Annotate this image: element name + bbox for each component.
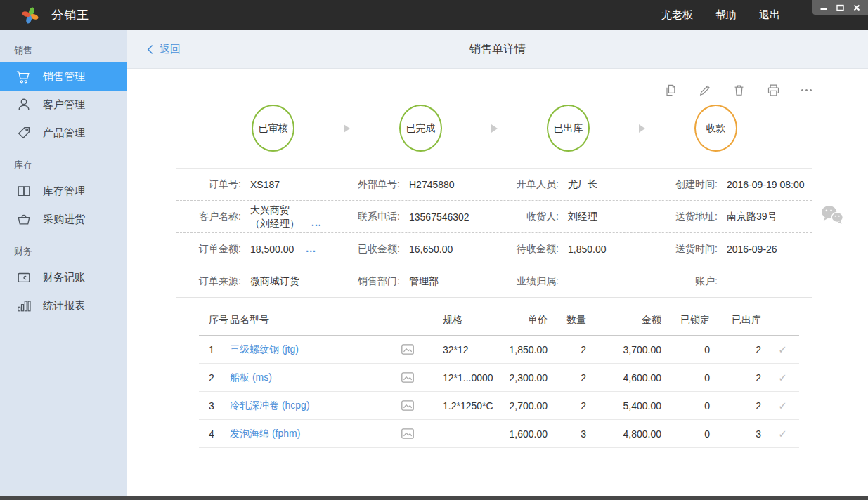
sidebar-item-label: 产品管理 — [43, 126, 85, 140]
flow-arrow-icon — [639, 124, 645, 133]
sidebar-item-label: 库存管理 — [43, 185, 85, 198]
order-detail: 已审核 已完成 已出库 收款 订单号: XS187 外部单号: H2745 — [127, 69, 868, 500]
window-controls — [812, 0, 868, 15]
product-link[interactable]: 船板 (ms) — [230, 371, 394, 384]
field-receiver: 收货人: 刘经理 — [494, 211, 653, 223]
image-placeholder-icon[interactable] — [394, 428, 422, 439]
titlebar-menu: 尤老板 帮助 退出 — [661, 8, 780, 22]
maximize-icon[interactable] — [836, 3, 846, 13]
bottom-bar — [0, 496, 868, 500]
sidebar-item-label: 客户管理 — [43, 98, 85, 112]
items-table: 序号 品名型号 规格 单价 数量 金额 已锁定 已出库 1 三级螺纹钢 (jtg… — [199, 305, 799, 448]
info-row: 订单来源: 微商城订货 销售部门: 管理部 业绩归属: 账户: — [176, 265, 812, 298]
minimize-icon[interactable] — [819, 3, 829, 13]
image-placeholder-icon[interactable] — [394, 344, 422, 355]
image-placeholder-icon[interactable] — [394, 400, 422, 411]
field-order-amount: 订单金额: 18,500.00 ... — [176, 243, 335, 256]
sidebar-item-label: 财务记账 — [43, 271, 85, 284]
flow-arrow-icon — [491, 124, 498, 133]
field-account: 账户: — [653, 275, 812, 288]
basket-icon — [15, 211, 32, 228]
image-placeholder-icon[interactable] — [394, 372, 422, 383]
field-sales-department: 销售部门: 管理部 — [335, 275, 494, 288]
sidebar-section-finance: 财务 — [0, 244, 127, 259]
titlebar: 分销王 尤老板 帮助 退出 — [0, 0, 868, 30]
wechat-icon[interactable] — [820, 204, 843, 228]
more-icon[interactable] — [801, 89, 812, 91]
sidebar-section-inventory: 库存 — [0, 157, 127, 173]
sidebar-item-statistics-report[interactable]: 统计报表 — [0, 291, 127, 320]
person-icon — [15, 97, 32, 113]
sidebar-item-label: 统计报表 — [43, 299, 85, 312]
page-header: 返回 销售单详情 — [127, 30, 868, 69]
field-customer-name: 客户名称: 大兴商贸 （刘经理） ... — [176, 204, 335, 229]
flow-arrow-icon — [344, 124, 350, 133]
table-row: 3 冷轧深冲卷 (hcpg) 1.2*1250*C 2,700.00 2 5,4… — [199, 392, 799, 420]
logo-area: 分销王 — [21, 6, 89, 25]
field-address: 送货地址: 南京路39号 — [653, 211, 812, 223]
sidebar-item-inventory-management[interactable]: 库存管理 — [0, 177, 127, 205]
bar-chart-icon — [15, 298, 32, 314]
status-flow: 已审核 已完成 已出库 收款 — [176, 98, 812, 168]
sidebar-item-sales-management[interactable]: 销售管理 — [0, 63, 127, 91]
copy-icon[interactable] — [663, 83, 678, 98]
chevron-left-icon — [147, 44, 153, 55]
field-created-time: 创建时间: 2016-09-19 08:00 — [653, 178, 812, 191]
book-icon — [15, 183, 32, 199]
tag-icon — [15, 125, 32, 141]
sidebar-item-label: 采购进货 — [43, 213, 85, 226]
wallet-icon — [15, 270, 32, 286]
delete-icon[interactable] — [732, 83, 746, 98]
field-pending-amount: 待收金额: 1,850.00 — [494, 243, 653, 256]
shipped-check-icon: ✓ — [766, 400, 799, 412]
edit-icon[interactable] — [698, 83, 712, 98]
status-step-collect-payment[interactable]: 收款 — [694, 105, 737, 152]
order-info-section: 订单号: XS187 外部单号: H2745880 开单人员: 尤厂长 创建时间… — [176, 168, 812, 298]
info-row: 订单号: XS187 外部单号: H2745880 开单人员: 尤厂长 创建时间… — [176, 169, 812, 201]
sidebar-item-customer-management[interactable]: 客户管理 — [0, 91, 127, 119]
sidebar: 销售 销售管理 客户管理 产品管理 库存 库存管理 — [0, 30, 127, 500]
field-order-no: 订单号: XS187 — [176, 178, 335, 191]
sidebar-item-label: 销售管理 — [43, 70, 85, 84]
table-header: 序号 品名型号 规格 单价 数量 金额 已锁定 已出库 — [199, 305, 799, 336]
print-icon[interactable] — [766, 83, 781, 98]
table-row: 2 船板 (ms) 12*1...0000 2,300.00 2 4,600.0… — [199, 364, 799, 392]
sidebar-item-product-management[interactable]: 产品管理 — [0, 119, 127, 147]
product-link[interactable]: 发泡海绵 (fphm) — [230, 428, 394, 440]
sidebar-item-purchasing[interactable]: 采购进货 — [0, 205, 127, 233]
product-link[interactable]: 三级螺纹钢 (jtg) — [230, 343, 394, 356]
info-row: 客户名称: 大兴商贸 （刘经理） ... 联系电话: 13567546302 收… — [176, 201, 812, 233]
field-delivery-time: 送货时间: 2016-09-26 — [653, 243, 812, 256]
close-icon[interactable] — [852, 3, 862, 13]
table-row: 4 发泡海绵 (fphm) 1,600.00 3 4,800.00 0 3 ✓ — [199, 420, 799, 448]
page-title: 销售单详情 — [127, 42, 868, 57]
back-button[interactable]: 返回 — [147, 43, 181, 56]
field-order-source: 订单来源: 微商城订货 — [176, 275, 335, 288]
app-logo-pinwheel-icon — [21, 6, 39, 25]
user-menu[interactable]: 尤老板 — [661, 8, 693, 22]
field-external-no: 外部单号: H2745880 — [335, 178, 494, 191]
sidebar-item-finance-bookkeeping[interactable]: 财务记账 — [0, 263, 127, 291]
field-phone: 联系电话: 13567546302 — [335, 211, 494, 223]
field-attribution: 业绩归属: — [494, 275, 653, 288]
table-row: 1 三级螺纹钢 (jtg) 32*12 1,850.00 2 3,700.00 … — [199, 336, 799, 364]
sidebar-section-sales: 销售 — [0, 43, 127, 58]
app-name: 分销王 — [51, 7, 89, 23]
status-step-audited: 已审核 — [252, 105, 294, 152]
product-link[interactable]: 冷轧深冲卷 (hcpg) — [230, 400, 394, 412]
shipped-check-icon: ✓ — [766, 343, 799, 356]
main-panel: 返回 销售单详情 — [127, 30, 868, 500]
shipped-check-icon: ✓ — [766, 371, 799, 384]
field-creator: 开单人员: 尤厂长 — [494, 178, 653, 191]
logout-menu[interactable]: 退出 — [759, 8, 780, 22]
cart-icon — [15, 69, 32, 85]
customer-more-link[interactable]: ... — [311, 217, 322, 230]
status-step-completed: 已完成 — [399, 105, 442, 152]
field-received-amount: 已收金额: 16,650.00 — [335, 243, 494, 256]
help-menu[interactable]: 帮助 — [715, 8, 737, 22]
shipped-check-icon: ✓ — [766, 428, 799, 440]
detail-toolbar — [176, 82, 812, 98]
info-row: 订单金额: 18,500.00 ... 已收金额: 16,650.00 待收金额… — [176, 233, 812, 265]
status-step-shipped: 已出库 — [547, 105, 590, 152]
amount-more-link[interactable]: ... — [306, 243, 316, 256]
